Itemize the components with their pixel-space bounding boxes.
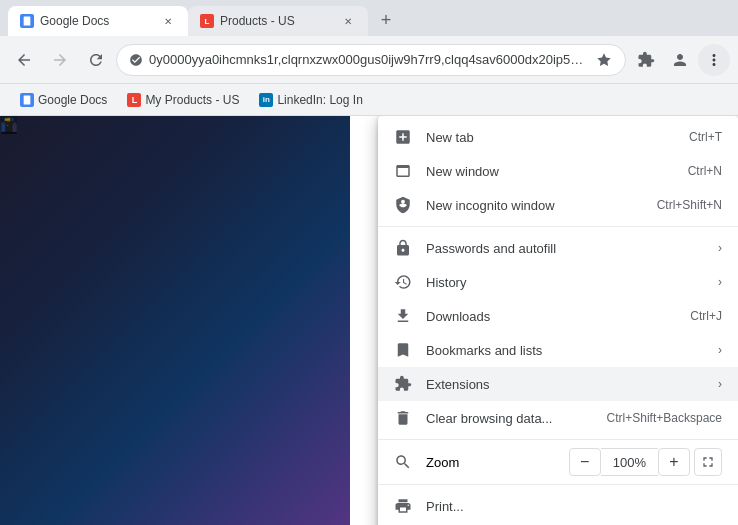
- new-tab-label: New tab: [426, 130, 675, 145]
- bookmarks-label: Bookmarks and lists: [426, 343, 696, 358]
- extensions-icon: [394, 375, 412, 393]
- incognito-icon: [394, 196, 412, 214]
- back-button[interactable]: [8, 44, 40, 76]
- tab-products-title: Products - US: [220, 14, 334, 28]
- zoom-icon: [394, 453, 412, 471]
- menu-divider-3: [378, 484, 738, 485]
- menu-divider-1: [378, 226, 738, 227]
- passwords-arrow: ›: [718, 241, 722, 255]
- extensions-puzzle-button[interactable]: [630, 44, 662, 76]
- bookmark-linkedin-label: LinkedIn: Log In: [277, 93, 362, 107]
- bookmarks-icon: [394, 341, 412, 359]
- tab-google-docs-close[interactable]: ✕: [160, 13, 176, 29]
- clear-data-icon: [394, 409, 412, 427]
- new-window-shortcut: Ctrl+N: [688, 164, 722, 178]
- extensions-label: Extensions: [426, 377, 696, 392]
- tab-google-docs-title: Google Docs: [40, 14, 154, 28]
- bookmark-google-docs-label: Google Docs: [38, 93, 107, 107]
- profile-button[interactable]: [664, 44, 696, 76]
- svg-point-12: [13, 122, 16, 126]
- more-menu-button[interactable]: [698, 44, 730, 76]
- new-incognito-label: New incognito window: [426, 198, 643, 213]
- zoom-control: − 100% +: [569, 448, 722, 476]
- tab-products-us[interactable]: L Products - US ✕: [188, 6, 368, 36]
- new-window-label: New window: [426, 164, 674, 179]
- bookmarks-arrow: ›: [718, 343, 722, 357]
- zoom-label: Zoom: [426, 455, 555, 470]
- zoom-value[interactable]: 100%: [601, 448, 658, 476]
- passwords-icon: [394, 239, 412, 257]
- menu-item-downloads[interactable]: Downloads Ctrl+J: [378, 299, 738, 333]
- svg-rect-13: [1, 132, 16, 134]
- bookmark-google-docs[interactable]: Google Docs: [12, 89, 115, 111]
- print-label: Print...: [426, 499, 722, 514]
- browser-frame: Google Docs ✕ L Products - US ✕ + 0y0000…: [0, 0, 738, 525]
- zoom-out-button[interactable]: −: [569, 448, 601, 476]
- svg-rect-1: [24, 95, 31, 104]
- address-icons: [595, 51, 613, 69]
- downloads-label: Downloads: [426, 309, 676, 324]
- svg-rect-0: [24, 17, 31, 26]
- browser-actions: [630, 44, 730, 76]
- reload-button[interactable]: [80, 44, 112, 76]
- menu-item-print[interactable]: Print...: [378, 489, 738, 523]
- new-tab-shortcut: Ctrl+T: [689, 130, 722, 144]
- content-area: SMART MEMPHIS HAPPY: [0, 116, 738, 525]
- downloads-icon: [394, 307, 412, 325]
- tab-products-close[interactable]: ✕: [340, 13, 356, 29]
- menu-item-extensions[interactable]: Extensions ›: [378, 367, 738, 401]
- history-arrow: ›: [718, 275, 722, 289]
- tab-google-docs-favicon: [20, 14, 34, 28]
- menu-item-new-tab[interactable]: New tab Ctrl+T: [378, 120, 738, 154]
- bookmark-linkedin[interactable]: in LinkedIn: Log In: [251, 89, 370, 111]
- new-tab-button[interactable]: +: [370, 4, 402, 36]
- menu-item-clear-data[interactable]: Clear browsing data... Ctrl+Shift+Backsp…: [378, 401, 738, 435]
- downloads-shortcut: Ctrl+J: [690, 309, 722, 323]
- tab-products-favicon: L: [200, 14, 214, 28]
- bookmark-my-products-label: My Products - US: [145, 93, 239, 107]
- tab-google-docs[interactable]: Google Docs ✕: [8, 6, 188, 36]
- menu-item-new-incognito[interactable]: New incognito window Ctrl+Shift+N: [378, 188, 738, 222]
- zoom-fullscreen-button[interactable]: [694, 448, 722, 476]
- menu-divider-2: [378, 439, 738, 440]
- new-incognito-shortcut: Ctrl+Shift+N: [657, 198, 722, 212]
- menu-item-history[interactable]: History ›: [378, 265, 738, 299]
- svg-rect-14: [5, 118, 10, 121]
- extensions-arrow: ›: [718, 377, 722, 391]
- address-bar-row: 0y0000yya0ihcmnks1r,clqrnxzwx000gus0ijw9…: [0, 36, 738, 84]
- menu-item-zoom: Zoom − 100% +: [378, 444, 738, 480]
- tab-bar: Google Docs ✕ L Products - US ✕ +: [0, 0, 738, 36]
- clear-data-shortcut: Ctrl+Shift+Backspace: [607, 411, 722, 425]
- page-background: SMART MEMPHIS HAPPY: [0, 116, 350, 525]
- menu-item-passwords[interactable]: Passwords and autofill ›: [378, 231, 738, 265]
- print-icon: [394, 497, 412, 515]
- history-icon: [394, 273, 412, 291]
- bookmark-my-products[interactable]: L My Products - US: [119, 89, 247, 111]
- context-menu: New tab Ctrl+T New window Ctrl+N New inc…: [378, 116, 738, 525]
- bookmarks-bar: Google Docs L My Products - US in Linked…: [0, 84, 738, 116]
- new-tab-icon: [394, 128, 412, 146]
- passwords-label: Passwords and autofill: [426, 241, 696, 256]
- history-label: History: [426, 275, 696, 290]
- address-bar[interactable]: 0y0000yya0ihcmnks1r,clqrnxzwx000gus0ijw9…: [116, 44, 626, 76]
- clear-data-label: Clear browsing data...: [426, 411, 593, 426]
- forward-button[interactable]: [44, 44, 76, 76]
- new-window-icon: [394, 162, 412, 180]
- zoom-in-button[interactable]: +: [658, 448, 690, 476]
- menu-item-new-window[interactable]: New window Ctrl+N: [378, 154, 738, 188]
- address-text: 0y0000yya0ihcmnks1r,clqrnxzwx000gus0ijw9…: [149, 52, 589, 67]
- menu-item-bookmarks[interactable]: Bookmarks and lists ›: [378, 333, 738, 367]
- bookmark-star-icon[interactable]: [595, 51, 613, 69]
